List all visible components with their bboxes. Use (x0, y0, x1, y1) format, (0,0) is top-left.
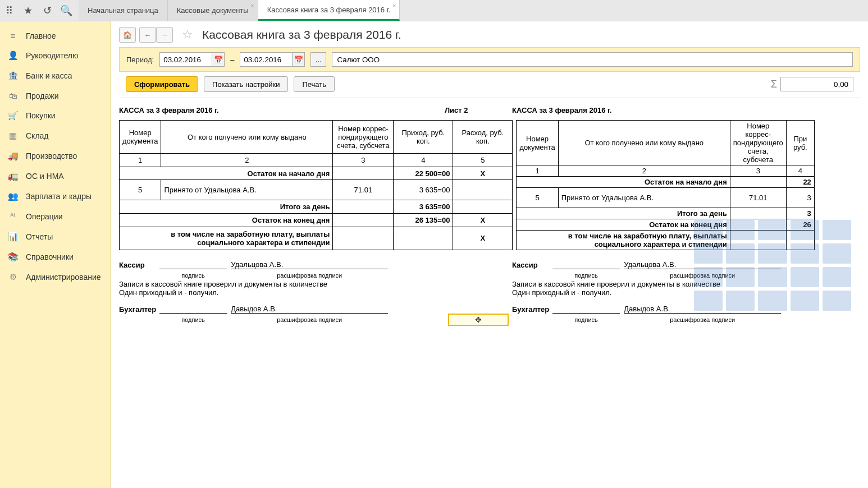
people-icon: 👥 (8, 191, 18, 201)
sidebar-item-label: Склад (26, 131, 49, 140)
tab-label: Начальная страница (88, 6, 158, 15)
col-h4r: При руб. (786, 121, 814, 165)
report-area: КАССА за 3 февраля 2016 г. Лист 2 КАССА … (111, 98, 868, 332)
page-title: Кассовая книга за 3 февраля 2016 г. (202, 28, 401, 42)
chart-icon: 📊 (8, 232, 18, 242)
sidebar-item-os[interactable]: 🚛ОС и НМА (0, 166, 111, 186)
print-button[interactable]: Печать (294, 76, 335, 92)
sum-icon[interactable]: Σ (771, 79, 777, 90)
calendar-from-icon[interactable]: 📅 (212, 52, 225, 67)
sidebar-item-label: Зарплата и кадры (26, 192, 92, 201)
truck-icon: 🚚 (8, 151, 18, 161)
sidebar-item-sales[interactable]: 🛍Продажи (0, 86, 111, 105)
ops-icon: ᴬᵗ (8, 211, 18, 222)
sidebar-item-label: Производство (26, 151, 77, 160)
sidebar-item-purchases[interactable]: 🛒Покупки (0, 105, 111, 126)
history-icon[interactable]: ↺ (42, 5, 53, 16)
sidebar-item-label: Главное (26, 31, 56, 40)
sidebar: ≡Главное 👤Руководителю 🏦Банк и касса 🛍Пр… (0, 21, 111, 488)
dash: – (230, 56, 234, 64)
tabs: Начальная страница Кассовые документы× К… (79, 0, 400, 21)
note1: Записи в кассовой книге проверил и докум… (119, 280, 512, 288)
sidebar-item-bank[interactable]: 🏦Банк и касса (0, 66, 111, 86)
sheet-title-left: КАССА за 3 февраля 2016 г. (119, 106, 445, 114)
cash-table-left: Номер документа От кого получено или ком… (119, 120, 513, 250)
sidebar-item-label: ОС и НМА (26, 172, 64, 181)
apps-icon[interactable]: ⠿ (3, 5, 15, 16)
accountant-label: Бухгалтер (119, 305, 159, 314)
bank-icon: 🏦 (8, 71, 18, 81)
sheet-title-right: КАССА за 3 февраля 2016 г. (512, 106, 612, 114)
tab-home[interactable]: Начальная страница (79, 0, 168, 21)
cashier-name: Удальцова А.В. (231, 260, 388, 269)
sidebar-item-label: Банк и касса (26, 71, 72, 80)
params-bar: Период: 📅 – 📅 ... (119, 47, 860, 72)
topbar: ⠿ ★ ↺ 🔍 Начальная страница Кассовые доку… (0, 0, 868, 21)
sidebar-item-reports[interactable]: 📊Отчеты (0, 227, 111, 247)
col-h3: Номер коррес-пондирующего счета, субсчет… (333, 121, 394, 154)
search-icon[interactable]: 🔍 (61, 5, 72, 16)
sidebar-item-stock[interactable]: ▦Склад (0, 126, 111, 146)
calendar-to-icon[interactable]: 📅 (293, 52, 305, 67)
tab-label: Кассовые документы (177, 6, 249, 15)
gear-icon: ⚙ (8, 272, 18, 282)
home-button[interactable]: 🏠 (119, 27, 136, 43)
favorite-icon[interactable]: ☆ (182, 27, 193, 42)
star-icon[interactable]: ★ (22, 5, 34, 16)
truck2-icon: 🚛 (8, 171, 18, 181)
date-from-input[interactable] (159, 52, 212, 67)
sidebar-item-refs[interactable]: 📚Справочники (0, 247, 111, 267)
close-icon[interactable]: × (392, 2, 396, 9)
col-h4: Приход, руб. коп. (394, 121, 453, 154)
forward-button[interactable]: → (156, 27, 173, 43)
sidebar-item-label: Покупки (26, 111, 56, 120)
show-settings-button[interactable]: Показать настройки (204, 76, 288, 92)
organization-input[interactable] (332, 52, 853, 67)
col-h2: От кого получено или кому выдано (161, 121, 333, 154)
sidebar-item-manager[interactable]: 👤Руководителю (0, 45, 111, 66)
cart-icon: 🛒 (8, 111, 18, 121)
col-h3r: Номер коррес-пондирующего счета, субсчет… (730, 121, 786, 165)
cash-table-right: Номер документа От кого получено или ком… (516, 120, 814, 250)
sidebar-item-label: Операции (26, 212, 63, 221)
sidebar-item-admin[interactable]: ⚙Администрирование (0, 267, 111, 287)
col-h1r: Номер документа (517, 121, 558, 165)
note2: Один приходный и - получил. (119, 288, 512, 297)
cashier-label: Кассир (119, 261, 159, 269)
col-h2r: От кого получено или кому выдано (558, 121, 730, 165)
sum-input[interactable] (780, 77, 853, 91)
accountant-name: Давыдов А.В. (231, 305, 388, 314)
sidebar-item-operations[interactable]: ᴬᵗОперации (0, 206, 111, 227)
col-h1: Номер документа (120, 121, 161, 154)
sidebar-item-label: Руководителю (26, 51, 78, 60)
tab-cash-docs[interactable]: Кассовые документы× (168, 0, 258, 21)
books-icon: 📚 (8, 252, 18, 262)
sidebar-item-label: Справочники (26, 252, 74, 261)
sidebar-item-hr[interactable]: 👥Зарплата и кадры (0, 186, 111, 206)
date-to-input[interactable] (240, 52, 293, 67)
user-icon: 👤 (8, 50, 18, 61)
grid-icon: ▦ (8, 131, 18, 141)
sheet-page: Лист 2 (445, 106, 506, 114)
close-icon[interactable]: × (250, 2, 254, 9)
tab-label: Кассовая книга за 3 февраля 2016 г. (267, 6, 391, 14)
sidebar-item-label: Администрирование (26, 273, 101, 282)
col-h5: Расход, руб. коп. (453, 121, 513, 154)
back-button[interactable]: ← (139, 27, 156, 43)
sidebar-item-label: Отчеты (26, 232, 53, 241)
tab-cash-book[interactable]: Кассовая книга за 3 февраля 2016 г.× (258, 0, 400, 21)
bag-icon: 🛍 (8, 91, 18, 100)
sidebar-item-label: Продажи (26, 91, 58, 100)
period-label: Период: (126, 56, 154, 64)
sidebar-item-production[interactable]: 🚚Производство (0, 146, 111, 166)
menu-icon: ≡ (8, 31, 18, 40)
period-picker-button[interactable]: ... (310, 52, 326, 67)
form-button[interactable]: Сформировать (126, 76, 198, 92)
sidebar-item-main[interactable]: ≡Главное (0, 26, 111, 45)
